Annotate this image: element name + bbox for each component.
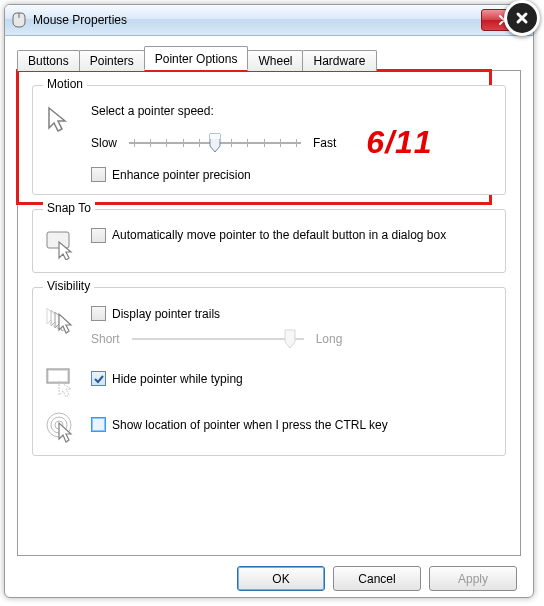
snapto-group: Snap To Automatically move pointer to th…: [32, 209, 506, 273]
trails-label: Display pointer trails: [112, 307, 220, 321]
dialog-window: Mouse Properties Buttons Pointers Pointe…: [4, 4, 534, 598]
button-row: OK Cancel Apply: [17, 556, 521, 595]
close-icon: [515, 11, 529, 25]
tab-pointer-options[interactable]: Pointer Options: [144, 46, 249, 70]
fast-label: Fast: [313, 136, 336, 150]
ctrl-locate-label: Show location of pointer when I press th…: [112, 418, 388, 432]
snapto-icon: [45, 228, 77, 260]
window-title: Mouse Properties: [33, 13, 127, 27]
title-bar: Mouse Properties: [5, 5, 533, 36]
tab-wheel[interactable]: Wheel: [247, 50, 303, 71]
pointer-speed-icon: [45, 104, 77, 136]
snapto-checkbox[interactable]: Automatically move pointer to the defaul…: [91, 228, 493, 244]
slider-thumb: [284, 329, 296, 349]
hide-typing-checkbox[interactable]: Hide pointer while typing: [91, 371, 493, 386]
cancel-button[interactable]: Cancel: [333, 566, 421, 591]
select-speed-label: Select a pointer speed:: [91, 104, 493, 118]
tab-buttons[interactable]: Buttons: [17, 50, 80, 71]
overlay-close-button[interactable]: [504, 0, 540, 36]
checkbox-box: [91, 228, 106, 243]
svg-rect-3: [49, 371, 67, 381]
trails-checkbox[interactable]: Display pointer trails: [91, 306, 493, 321]
slow-label: Slow: [91, 136, 117, 150]
svg-rect-1: [47, 232, 69, 248]
trails-long-label: Long: [316, 332, 343, 346]
pointer-trails-icon: [45, 306, 77, 338]
ctrl-locate-icon: [45, 411, 77, 443]
tab-pointers[interactable]: Pointers: [79, 50, 145, 71]
speed-annotation: 6/11: [366, 124, 432, 161]
enhance-precision-label: Enhance pointer precision: [112, 168, 251, 182]
hide-typing-label: Hide pointer while typing: [112, 372, 243, 386]
client-area: Buttons Pointers Pointer Options Wheel H…: [5, 36, 533, 598]
trails-slider: [128, 327, 308, 351]
tab-hardware[interactable]: Hardware: [302, 50, 376, 71]
checkbox-box: [91, 417, 106, 432]
enhance-precision-checkbox[interactable]: Enhance pointer precision: [91, 167, 493, 182]
visibility-group: Visibility Display pointer tr: [32, 287, 506, 456]
checkmark-icon: [94, 374, 104, 384]
motion-legend: Motion: [43, 77, 87, 91]
checkbox-box: [91, 371, 106, 386]
hide-typing-icon: [45, 365, 77, 397]
snapto-label: Automatically move pointer to the defaul…: [112, 228, 446, 244]
motion-group: Motion Select a pointer speed: Slow: [32, 85, 506, 195]
ok-button[interactable]: OK: [237, 566, 325, 591]
visibility-legend: Visibility: [43, 279, 94, 293]
pointer-speed-slider[interactable]: [125, 131, 305, 155]
ctrl-locate-checkbox[interactable]: Show location of pointer when I press th…: [91, 417, 493, 432]
mouse-icon: [11, 12, 27, 28]
slider-thumb[interactable]: [209, 133, 221, 153]
tab-strip: Buttons Pointers Pointer Options Wheel H…: [17, 46, 521, 70]
tab-page: Motion Select a pointer speed: Slow: [17, 70, 521, 556]
snapto-legend: Snap To: [43, 201, 95, 215]
apply-button: Apply: [429, 566, 517, 591]
checkbox-box: [91, 167, 106, 182]
checkbox-box: [91, 306, 106, 321]
trails-short-label: Short: [91, 332, 120, 346]
